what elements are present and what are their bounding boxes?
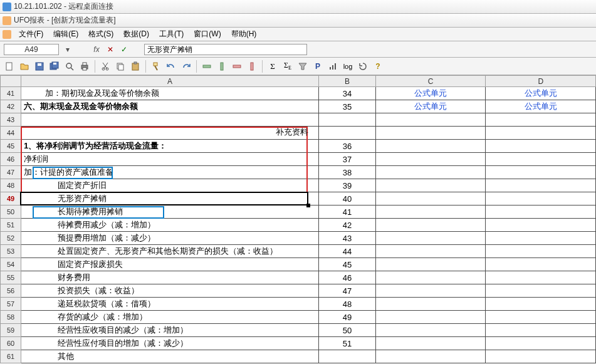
cell-d[interactable] [486, 166, 596, 179]
cell-d[interactable] [486, 350, 596, 363]
cell-d[interactable] [486, 271, 596, 284]
cell-c[interactable] [375, 298, 486, 311]
cell-a[interactable]: 其他 [21, 350, 319, 363]
cell-a[interactable]: 无形资产摊销 [21, 192, 319, 205]
cell-b[interactable] [319, 113, 376, 127]
spreadsheet-grid[interactable]: ABCD41加：期初现金及现金等价物余额34公式单元公式单元42六、期末现金及现… [0, 75, 596, 363]
cell-d[interactable] [486, 337, 596, 350]
cell-a[interactable]: 待摊费用减少（减：增加） [21, 219, 319, 232]
row-header[interactable]: 54 [1, 258, 21, 271]
delete-row-button[interactable] [230, 60, 244, 73]
cell-c[interactable] [375, 140, 486, 153]
cell-b[interactable]: 47 [319, 284, 376, 298]
new-button[interactable] [3, 60, 16, 73]
filter-button[interactable] [296, 60, 310, 73]
col-header-C[interactable]: C [375, 76, 486, 87]
cell-c[interactable] [375, 337, 486, 350]
grid-area[interactable]: ABCD41加：期初现金及现金等价物余额34公式单元公式单元42六、期末现金及现… [0, 75, 596, 364]
cell-a[interactable]: 六、期末现金及现金等价物余额 [21, 100, 319, 113]
row-header[interactable]: 44 [1, 127, 21, 140]
row-header[interactable]: 42 [1, 100, 21, 113]
cell-c[interactable] [375, 258, 486, 271]
cell-a[interactable] [21, 113, 319, 127]
cell-b[interactable]: 35 [319, 100, 376, 113]
cell-c[interactable]: 公式单元 [375, 87, 486, 100]
cell-b[interactable]: 46 [319, 271, 376, 284]
save-all-button[interactable] [48, 60, 61, 73]
cell-b[interactable]: 45 [319, 258, 376, 271]
cell-b[interactable]: 42 [319, 219, 376, 232]
cell-c[interactable] [375, 311, 486, 324]
row-header[interactable]: 60 [1, 337, 21, 350]
cell-d[interactable] [486, 153, 596, 166]
cell-a[interactable]: 固定资产报废损失 [21, 258, 319, 271]
cell-a[interactable]: 固定资产折旧 [21, 179, 319, 192]
print-preview-button[interactable] [63, 60, 76, 73]
accept-icon[interactable]: ✓ [119, 44, 129, 55]
col-header-B[interactable]: B [319, 76, 376, 87]
cell-b[interactable]: 50 [319, 324, 376, 337]
cell-b[interactable]: 34 [319, 87, 376, 100]
cell-d[interactable] [486, 127, 596, 140]
cell-b[interactable] [319, 127, 376, 140]
col-header-D[interactable]: D [486, 76, 596, 87]
insert-row-button[interactable] [200, 60, 214, 73]
cell-d[interactable] [486, 179, 596, 192]
row-header[interactable]: 41 [1, 87, 21, 100]
cell-b[interactable]: 51 [319, 337, 376, 350]
cell-c[interactable] [375, 324, 486, 337]
cell-a[interactable]: 存货的减少（减：增加） [21, 311, 319, 324]
cell-b[interactable]: 41 [319, 205, 376, 219]
open-button[interactable] [18, 60, 31, 73]
cell-c[interactable] [375, 205, 486, 219]
log-button[interactable]: log [341, 60, 355, 73]
row-header[interactable]: 56 [1, 284, 21, 298]
menu-data[interactable]: 数据(D) [118, 28, 154, 41]
copy-button[interactable] [113, 60, 127, 73]
formula-bar[interactable]: 无形资产摊销 [144, 44, 307, 55]
cell-b[interactable]: 40 [319, 192, 376, 205]
sum-button[interactable]: Σ [266, 60, 280, 73]
paste-button[interactable] [128, 60, 142, 73]
row-header[interactable]: 59 [1, 324, 21, 337]
format-painter-button[interactable] [149, 60, 163, 73]
fx-icon[interactable]: fx [91, 44, 102, 55]
cell-c[interactable] [375, 127, 486, 140]
row-header[interactable]: 57 [1, 298, 21, 311]
cell-c[interactable] [375, 179, 486, 192]
cancel-icon[interactable]: ✕ [105, 44, 115, 55]
cell-a[interactable]: 长期待摊费用摊销 [21, 205, 319, 219]
cell-b[interactable]: 44 [319, 245, 376, 258]
cell-b[interactable]: 49 [319, 311, 376, 324]
menu-file[interactable]: 文件(F) [14, 28, 48, 41]
cell-a[interactable]: 加：期初现金及现金等价物余额 [21, 87, 319, 100]
cell-c[interactable] [375, 284, 486, 298]
dropdown-icon[interactable]: ▾ [63, 44, 73, 55]
redo-button[interactable] [179, 60, 193, 73]
cell-c[interactable] [375, 219, 486, 232]
print-button[interactable] [78, 60, 91, 73]
cell-d[interactable]: 公式单元 [486, 87, 596, 100]
cell-c[interactable] [375, 232, 486, 245]
cell-a[interactable]: 投资损失（减：收益） [21, 284, 319, 298]
cell-a[interactable]: 经营性应付项目的增加（减：减少） [21, 337, 319, 350]
cell-c[interactable] [375, 153, 486, 166]
cell-a[interactable] [21, 127, 319, 140]
cell-b[interactable]: 48 [319, 298, 376, 311]
cell-d[interactable] [486, 284, 596, 298]
row-header[interactable]: 50 [1, 205, 21, 219]
cell-c[interactable] [375, 192, 486, 205]
cell-c[interactable] [375, 271, 486, 284]
cell-a[interactable]: 处置固定资产、无形资产和其他长期资产的损失（减：收益） [21, 245, 319, 258]
cell-a[interactable]: 1、将净利润调节为经营活动现金流量： [21, 140, 319, 153]
delete-col-button[interactable] [245, 60, 259, 73]
cell-d[interactable] [486, 140, 596, 153]
cell-b[interactable]: 38 [319, 166, 376, 179]
cell-b[interactable]: 43 [319, 232, 376, 245]
cell-c[interactable] [375, 166, 486, 179]
cell-b[interactable] [319, 350, 376, 363]
cell-d[interactable] [486, 219, 596, 232]
row-header[interactable]: 53 [1, 245, 21, 258]
row-header[interactable]: 47 [1, 166, 21, 179]
menu-tools[interactable]: 工具(T) [154, 28, 189, 41]
